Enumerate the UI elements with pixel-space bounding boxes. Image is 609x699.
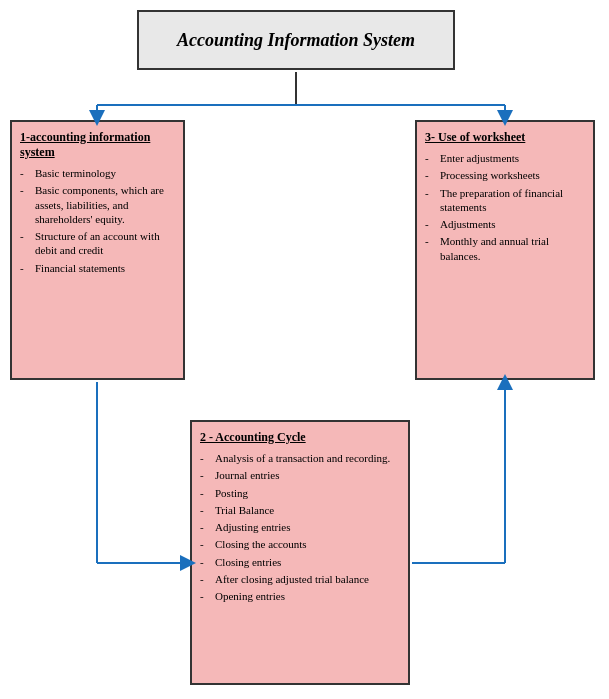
list-item: -Closing entries: [200, 555, 400, 569]
box2: 2 - Accounting Cycle -Analysis of a tran…: [190, 420, 410, 685]
dash: -: [200, 468, 212, 482]
list-item: -Trial Balance: [200, 503, 400, 517]
title-box: Accounting Information System: [137, 10, 455, 70]
box3-title: 3- Use of worksheet: [425, 130, 585, 145]
dash: -: [425, 168, 437, 182]
dash: -: [200, 486, 212, 500]
list-item: -Closing the accounts: [200, 537, 400, 551]
box1-list: -Basic terminology-Basic components, whi…: [20, 166, 175, 275]
list-item-text: Structure of an account with debit and c…: [35, 229, 175, 258]
list-item: -Processing worksheets: [425, 168, 585, 182]
list-item: -Adjusting entries: [200, 520, 400, 534]
list-item-text: Trial Balance: [215, 503, 274, 517]
list-item-text: Journal entries: [215, 468, 279, 482]
list-item: -Opening entries: [200, 589, 400, 603]
dash: -: [425, 151, 437, 165]
dash: -: [200, 520, 212, 534]
box2-list: -Analysis of a transaction and recording…: [200, 451, 400, 604]
list-item-text: Adjusting entries: [215, 520, 290, 534]
dash: -: [200, 537, 212, 551]
dash: -: [20, 166, 32, 180]
list-item: -The preparation of financial statements: [425, 186, 585, 215]
list-item: -Monthly and annual trial balances.: [425, 234, 585, 263]
list-item: -Analysis of a transaction and recording…: [200, 451, 400, 465]
list-item-text: Financial statements: [35, 261, 125, 275]
dash: -: [20, 229, 32, 243]
dash: -: [200, 555, 212, 569]
list-item: -After closing adjusted trial balance: [200, 572, 400, 586]
list-item-text: Monthly and annual trial balances.: [440, 234, 585, 263]
list-item: -Adjustments: [425, 217, 585, 231]
diagram-container: Accounting Information System 1-accounti…: [0, 0, 609, 699]
list-item-text: Enter adjustments: [440, 151, 519, 165]
dash: -: [200, 589, 212, 603]
title-text: Accounting Information System: [177, 30, 415, 51]
list-item-text: Basic components, which are assets, liab…: [35, 183, 175, 226]
list-item: -Basic components, which are assets, lia…: [20, 183, 175, 226]
list-item-text: Analysis of a transaction and recording.: [215, 451, 390, 465]
list-item-text: Closing entries: [215, 555, 281, 569]
list-item: -Journal entries: [200, 468, 400, 482]
dash: -: [20, 261, 32, 275]
list-item-text: Basic terminology: [35, 166, 116, 180]
list-item: -Structure of an account with debit and …: [20, 229, 175, 258]
box2-title: 2 - Accounting Cycle: [200, 430, 400, 445]
dash: -: [200, 503, 212, 517]
list-item-text: Posting: [215, 486, 248, 500]
list-item-text: Opening entries: [215, 589, 285, 603]
list-item-text: After closing adjusted trial balance: [215, 572, 369, 586]
dash: -: [200, 572, 212, 586]
list-item: -Financial statements: [20, 261, 175, 275]
dash: -: [20, 183, 32, 197]
dash: -: [425, 234, 437, 248]
dash: -: [425, 217, 437, 231]
list-item-text: The preparation of financial statements: [440, 186, 585, 215]
list-item: -Posting: [200, 486, 400, 500]
dash: -: [200, 451, 212, 465]
list-item-text: Closing the accounts: [215, 537, 307, 551]
list-item-text: Adjustments: [440, 217, 496, 231]
list-item: -Basic terminology: [20, 166, 175, 180]
list-item-text: Processing worksheets: [440, 168, 540, 182]
list-item: -Enter adjustments: [425, 151, 585, 165]
box3-list: -Enter adjustments-Processing worksheets…: [425, 151, 585, 263]
box1-title: 1-accounting information system: [20, 130, 175, 160]
box1: 1-accounting information system -Basic t…: [10, 120, 185, 380]
dash: -: [425, 186, 437, 200]
box3: 3- Use of worksheet -Enter adjustments-P…: [415, 120, 595, 380]
